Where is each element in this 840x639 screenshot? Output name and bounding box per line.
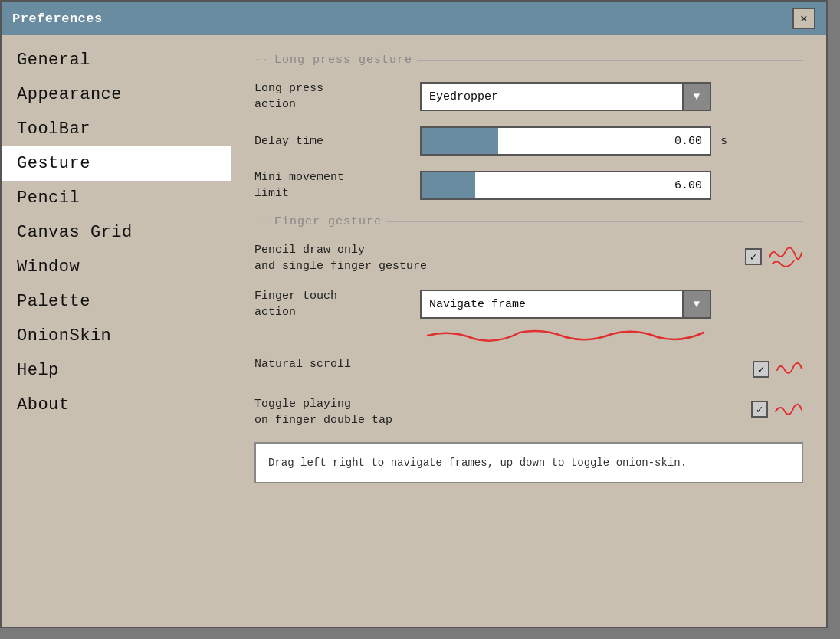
pencil-draw-checkbox[interactable]: ✓	[745, 248, 762, 265]
sidebar-item-about[interactable]: About	[2, 388, 231, 422]
delay-time-slider[interactable]: 0.60	[420, 126, 711, 156]
title-bar: Preferences ✕	[2, 2, 826, 35]
natural-scroll-checkbox[interactable]: ✓	[753, 361, 769, 378]
long-press-action-dropdown[interactable]: Eyedropper ▼	[420, 82, 711, 111]
toggle-playing-scribble	[773, 396, 803, 422]
finger-touch-label: Finger touchaction	[254, 288, 408, 320]
finger-touch-dropdown[interactable]: Navigate frame ▼	[420, 290, 711, 319]
sidebar-item-palette[interactable]: Palette	[2, 284, 231, 319]
dialog-title: Preferences	[12, 11, 103, 26]
sidebar-item-appearance[interactable]: Appearance	[2, 77, 231, 112]
delay-time-row: Delay time 0.60 s	[254, 126, 803, 156]
delay-time-control: 0.60 s	[420, 126, 803, 156]
toggle-playing-control: ✓	[751, 396, 803, 422]
main-panel: Long press gesture Long pressaction Eyed…	[231, 35, 826, 627]
delay-time-value: 0.60	[498, 132, 710, 151]
sidebar-item-pencil[interactable]: Pencil	[2, 181, 231, 215]
finger-touch-value: Navigate frame	[422, 295, 682, 314]
toggle-playing-label: Toggle playingon finger double tap	[254, 396, 743, 428]
mini-movement-track	[422, 172, 475, 198]
mini-movement-row: Mini movementlimit 6.00	[254, 169, 803, 202]
preferences-dialog: Preferences ✕ General Appearance ToolBar…	[0, 0, 828, 628]
delay-time-unit: s	[720, 135, 727, 148]
long-press-action-control: Eyedropper ▼	[420, 82, 803, 111]
long-press-action-arrow[interactable]: ▼	[682, 84, 710, 110]
sidebar: General Appearance ToolBar Gesture Penci…	[2, 35, 231, 627]
dialog-content: General Appearance ToolBar Gesture Penci…	[2, 35, 826, 627]
delay-time-track	[422, 128, 498, 154]
finger-touch-control: Navigate frame ▼	[420, 290, 803, 319]
finger-touch-scribble-container	[420, 326, 803, 349]
long-press-action-value: Eyedropper	[422, 87, 682, 106]
finger-gesture-section-header: Finger gesture	[254, 215, 803, 228]
mini-movement-value: 6.00	[475, 176, 710, 195]
natural-scroll-row: Natural scroll ✓	[254, 356, 803, 382]
sidebar-item-window[interactable]: Window	[2, 250, 231, 284]
finger-touch-arrow[interactable]: ▼	[682, 291, 710, 317]
sidebar-item-general[interactable]: General	[2, 43, 231, 77]
info-box: Drag left right to navigate frames, up d…	[254, 442, 803, 483]
long-press-action-label: Long pressaction	[254, 80, 408, 113]
pencil-draw-control: ✓	[745, 242, 803, 271]
natural-scroll-scribble	[774, 356, 803, 382]
mini-movement-control: 6.00	[420, 171, 803, 200]
sidebar-item-gesture[interactable]: Gesture	[2, 146, 231, 181]
sidebar-item-canvas-grid[interactable]: Canvas Grid	[2, 215, 231, 250]
delay-time-label: Delay time	[254, 133, 408, 149]
finger-touch-row: Finger touchaction Navigate frame ▼	[254, 288, 803, 320]
pencil-draw-label: Pencil draw onlyand single finger gestur…	[254, 242, 737, 274]
pencil-draw-row: Pencil draw onlyand single finger gestur…	[254, 242, 803, 274]
finger-touch-scribble	[420, 326, 711, 345]
mini-movement-slider[interactable]: 6.00	[420, 171, 711, 200]
sidebar-item-toolbar[interactable]: ToolBar	[2, 112, 231, 146]
long-press-section-header: Long press gesture	[254, 54, 803, 67]
close-button[interactable]: ✕	[792, 8, 815, 29]
info-text: Drag left right to navigate frames, up d…	[268, 457, 687, 469]
mini-movement-label: Mini movementlimit	[254, 169, 408, 202]
sidebar-item-onion-skin[interactable]: OnionSkin	[2, 319, 231, 353]
long-press-action-row: Long pressaction Eyedropper ▼	[254, 80, 803, 113]
pencil-draw-scribble	[766, 242, 803, 271]
sidebar-item-help[interactable]: Help	[2, 353, 231, 388]
natural-scroll-label: Natural scroll	[254, 356, 745, 372]
toggle-playing-checkbox[interactable]: ✓	[751, 401, 768, 418]
natural-scroll-control: ✓	[753, 356, 803, 382]
toggle-playing-row: Toggle playingon finger double tap ✓	[254, 396, 803, 428]
